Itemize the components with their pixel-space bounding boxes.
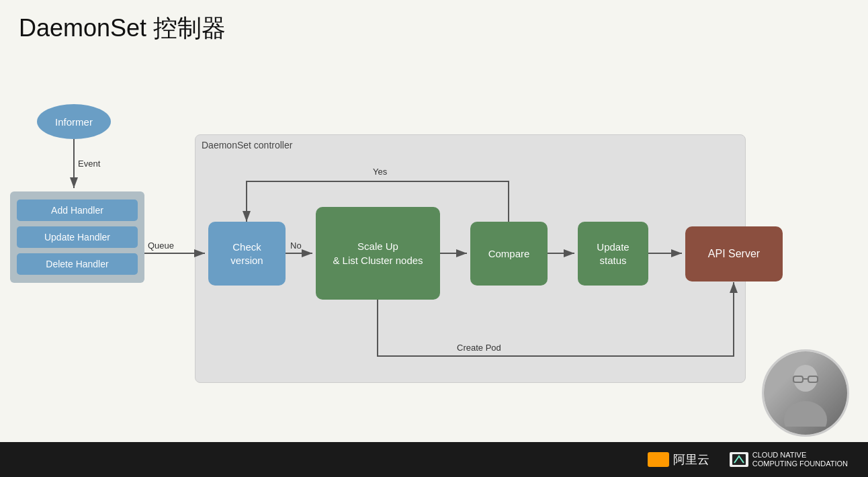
update-status-node: Updatestatus — [578, 222, 648, 286]
update-handler: Update Handler — [17, 226, 138, 248]
svg-point-1 — [784, 401, 827, 427]
controller-label: DaemonSet controller — [202, 140, 292, 150]
compare-node: Compare — [470, 222, 548, 286]
api-server-node: API Server — [685, 226, 783, 281]
handler-box: Add Handler Update Handler Delete Handle… — [10, 191, 144, 283]
add-handler: Add Handler — [17, 200, 138, 221]
delete-handler: Delete Handler — [17, 253, 138, 275]
informer-node: Informer — [37, 104, 111, 139]
cncf-brand: CLOUD NATIVE COMPUTING FOUNDATION — [730, 451, 848, 468]
aliyun-brand: 阿里云 — [648, 451, 709, 468]
svg-text:Queue: Queue — [148, 241, 174, 251]
avatar-image — [764, 351, 847, 435]
cncf-icon — [730, 452, 748, 467]
slide: DaemonSet 控制器 Informer Add Handler Updat… — [0, 0, 868, 477]
bottom-bar: 阿里云 CLOUD NATIVE COMPUTING FOUNDATION — [0, 442, 868, 477]
page-title: DaemonSet 控制器 — [19, 12, 226, 45]
svg-text:Event: Event — [78, 159, 101, 169]
avatar — [762, 349, 849, 437]
check-version-node: Checkversion — [208, 222, 286, 286]
scale-up-node: Scale Up& List Cluster nodes — [316, 207, 440, 300]
aliyun-icon — [648, 452, 669, 467]
